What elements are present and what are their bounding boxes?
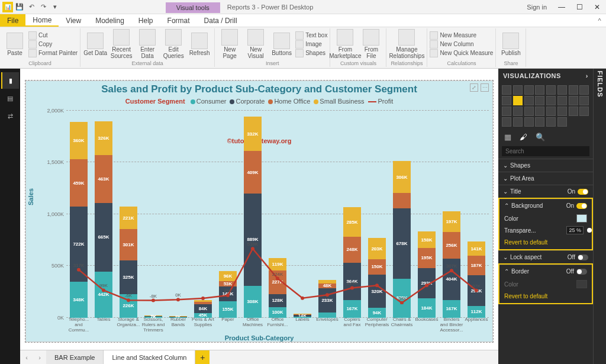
fields-tab-icon[interactable]: ▦ [504,133,511,141]
prop-title[interactable]: ⌄ TitleOn [498,185,593,198]
prop-lock-aspect[interactable]: ⌄ Lock aspectOff [498,250,593,263]
signin-link[interactable]: Sign in [521,4,553,11]
page-tab-bar-example[interactable]: BAR Example [46,350,104,364]
tab-view[interactable]: View [59,14,88,27]
new-page-button[interactable]: New Page [217,29,242,59]
tab-help[interactable]: Help [131,14,160,27]
viz-type-4[interactable] [546,85,556,95]
viz-type-21[interactable] [557,107,567,116]
nav-model-icon[interactable]: ⇄ [1,108,19,124]
viz-type-22[interactable] [569,107,578,116]
border-toggle[interactable] [576,269,587,275]
canvas[interactable]: ⤢ ⋯ Sales and Profit by Product Sub-Cate… [20,69,498,350]
redo-icon[interactable]: ↷ [38,2,49,12]
chart-visual[interactable]: ⤢ ⋯ Sales and Profit by Product Sub-Cate… [25,80,493,342]
undo-icon[interactable]: ↶ [26,2,37,12]
image-button[interactable]: Image [295,40,327,49]
manage-relationships-button[interactable]: Manage Relationships [389,29,424,59]
viz-type-0[interactable] [502,85,511,95]
edit-queries-button[interactable]: Edit Queries [161,29,186,59]
file-menu[interactable]: File [0,14,25,27]
collapse-pane-icon[interactable]: › [586,72,588,79]
prop-plot-area[interactable]: ⌄ Plot Area [498,172,593,185]
viz-type-20[interactable] [546,107,556,116]
viz-type-8[interactable] [502,96,511,105]
refresh-button[interactable]: Refresh [187,33,212,56]
viz-type-16[interactable] [502,107,511,116]
viz-type-6[interactable] [569,85,578,95]
cut-button[interactable]: Cut [28,31,78,40]
viz-type-1[interactable] [513,85,523,95]
tab-data-drill[interactable]: Data / Drill [197,14,244,27]
revert-border[interactable]: Revert to default [499,292,592,303]
recent-sources-button[interactable]: Recent Sources [109,29,134,59]
prop-border[interactable]: ⌃ BorderOff [499,265,592,278]
new-measure-button[interactable]: New Measure [430,31,493,40]
background-color-swatch[interactable] [576,214,587,223]
ribbon-group-insert: New Page New Visual Buttons Text box Ima… [215,28,330,67]
prev-page-icon[interactable]: ‹ [20,350,33,364]
maximize-icon[interactable]: ☐ [570,1,588,14]
publish-button[interactable]: Publish [498,33,523,56]
viz-type-12[interactable] [546,96,556,105]
textbox-button[interactable]: Text box [295,31,327,40]
qat-dropdown-icon[interactable]: ▾ [50,2,60,12]
viz-type-11[interactable] [535,96,544,105]
from-marketplace-button[interactable]: From Marketplace [333,29,357,59]
next-page-icon[interactable]: › [33,350,46,364]
viz-type-10[interactable] [524,96,534,105]
new-visual-button[interactable]: New Visual [243,29,268,59]
viz-type-15[interactable] [579,96,589,105]
page-tabs: ‹ › BAR Example Line and Stacked Column … [20,350,498,364]
enter-data-button[interactable]: Enter Data [135,29,160,59]
viz-type-28[interactable] [546,117,556,127]
new-column-button[interactable]: New Column [430,40,493,49]
viz-type-13[interactable] [557,96,567,105]
help-icon[interactable]: ^ [593,14,606,27]
viz-type-24[interactable] [502,117,511,127]
tab-format[interactable]: Format [160,14,197,27]
new-quick-measure-button[interactable]: New Quick Measure [430,49,493,57]
viz-type-9[interactable] [513,96,523,105]
shapes-button[interactable]: Shapes [295,49,327,57]
tab-home[interactable]: Home [25,14,59,27]
revert-background[interactable]: Revert to default [499,238,592,249]
viz-type-5[interactable] [557,85,567,95]
get-data-button[interactable]: Get Data [83,33,108,56]
add-page-button[interactable]: + [195,350,209,364]
viz-type-25[interactable] [513,117,523,127]
viz-type-18[interactable] [524,107,534,116]
format-tab-icon[interactable]: 🖌 [520,133,527,141]
viz-type-23[interactable] [579,107,589,116]
background-toggle[interactable] [576,203,587,209]
fields-pane-collapsed[interactable]: FIELDS [593,69,606,364]
nav-report-icon[interactable]: ▮ [1,72,19,89]
viz-type-27[interactable] [535,117,544,127]
viz-type-29[interactable] [557,117,567,127]
focus-mode-icon[interactable]: ⤢ [470,83,478,92]
analytics-tab-icon[interactable]: 🔍 [536,133,545,141]
viz-type-14[interactable] [569,96,578,105]
copy-button[interactable]: Copy [28,40,78,49]
format-painter-button[interactable]: Format Painter [28,49,78,57]
viz-type-7[interactable] [579,85,589,95]
viz-type-19[interactable] [535,107,544,116]
search-input[interactable] [502,146,589,156]
minimize-icon[interactable]: — [553,1,570,14]
tab-modeling[interactable]: Modeling [88,14,131,27]
paste-button[interactable]: Paste [2,33,27,56]
chart-title: Sales and Profit by Product Sub-Category… [26,81,492,96]
close-icon[interactable]: ✕ [588,1,606,14]
viz-type-3[interactable] [535,85,544,95]
viz-type-2[interactable] [524,85,534,95]
nav-data-icon[interactable]: ▤ [1,90,19,107]
more-options-icon[interactable]: ⋯ [481,83,489,92]
viz-type-17[interactable] [513,107,523,116]
page-tab-line-stacked[interactable]: Line and Stacked Column [104,350,195,364]
prop-shapes[interactable]: ⌄ Shapes [498,159,593,172]
from-file-button[interactable]: From File [359,29,383,59]
prop-background[interactable]: ⌃ BackgroundOn [499,199,592,212]
viz-type-26[interactable] [524,117,534,127]
save-icon[interactable]: 💾 [14,2,25,12]
buttons-button[interactable]: Buttons [269,33,294,56]
